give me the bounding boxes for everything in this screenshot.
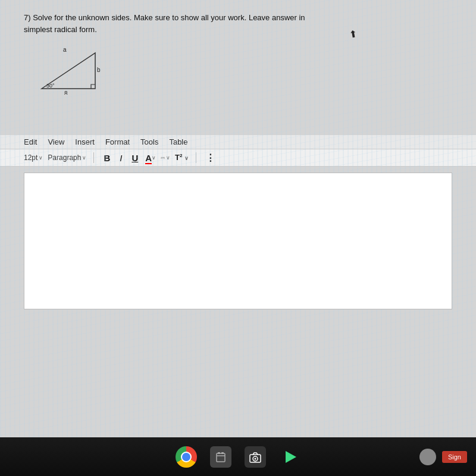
bold-button[interactable]: B xyxy=(101,152,112,164)
account-avatar[interactable] xyxy=(419,449,436,465)
document-content: 7) Solve for the unknown sides. Make sur… xyxy=(0,0,476,105)
menu-table[interactable]: Table xyxy=(169,137,187,146)
chrome-icon xyxy=(176,446,197,468)
italic-button[interactable]: I xyxy=(117,152,124,164)
question-line1: 7) Solve for the unknown sides. Make sur… xyxy=(24,13,305,22)
toolbar-divider-1 xyxy=(93,152,94,163)
editor-area[interactable] xyxy=(24,173,452,309)
highlight-icon: ⎓ xyxy=(161,154,165,162)
toolbar-divider-2 xyxy=(196,152,196,163)
screen: 7) Solve for the unknown sides. Make sur… xyxy=(0,0,476,476)
menu-edit[interactable]: Edit xyxy=(24,137,37,146)
sign-button[interactable]: Sign xyxy=(442,451,467,463)
play-icon xyxy=(279,446,300,468)
menu-format[interactable]: Format xyxy=(105,137,130,146)
menu-insert[interactable]: Insert xyxy=(75,137,95,146)
menu-view[interactable]: View xyxy=(48,137,64,146)
taskbar-right: Sign xyxy=(419,449,467,465)
paragraph-selector[interactable]: Paragraph ∨ xyxy=(48,154,86,162)
more-options-button[interactable]: ⋮ xyxy=(203,152,217,164)
font-color-chevron: ∨ xyxy=(152,155,156,161)
document-area: 7) Solve for the unknown sides. Make sur… xyxy=(0,0,476,437)
camera-icon-button[interactable] xyxy=(244,446,267,468)
svg-text:a: a xyxy=(63,46,67,53)
underline-button[interactable]: U xyxy=(129,152,140,164)
font-size-selector[interactable]: 12pt ∨ xyxy=(24,154,43,162)
play-triangle xyxy=(286,451,296,463)
superscript-button[interactable]: T2 ∨ xyxy=(175,153,189,162)
highlight-chevron: ∨ xyxy=(166,155,170,161)
svg-text:30°: 30° xyxy=(46,83,55,89)
superscript-chevron: ∨ xyxy=(184,156,189,162)
taskbar: Sign xyxy=(0,437,476,476)
camera-icon xyxy=(245,446,266,468)
svg-text:8: 8 xyxy=(64,90,68,95)
font-color-a: A xyxy=(145,153,152,163)
toolbar: 12pt ∨ Paragraph ∨ B I U A ∨ ⎓ ∨ T2 ∨ xyxy=(0,149,476,167)
font-size-chevron: ∨ xyxy=(39,155,43,161)
paragraph-label: Paragraph xyxy=(48,154,81,162)
triangle-svg: a b 8 30° xyxy=(36,41,113,95)
svg-text:b: b xyxy=(97,67,101,73)
font-color-button[interactable]: A ∨ xyxy=(145,153,156,163)
paragraph-chevron: ∨ xyxy=(82,155,86,161)
svg-rect-5 xyxy=(217,453,225,462)
svg-point-11 xyxy=(255,458,256,459)
editor-area-wrapper xyxy=(0,167,476,315)
svg-rect-7 xyxy=(218,452,220,454)
files-icon-button[interactable] xyxy=(209,446,232,468)
triangle-diagram: a b 8 30° xyxy=(36,41,113,95)
chrome-icon-button[interactable] xyxy=(175,446,198,468)
question-text: 7) Solve for the unknown sides. Make sur… xyxy=(24,12,452,35)
svg-rect-8 xyxy=(221,452,224,454)
question-line2: simplest radical form. xyxy=(24,25,97,34)
play-icon-button[interactable] xyxy=(278,446,301,468)
menu-bar: Edit View Insert Format Tools Table xyxy=(0,135,476,149)
highlight-button[interactable]: ⎓ ∨ xyxy=(161,154,170,162)
font-size-value: 12pt xyxy=(24,154,37,162)
files-icon xyxy=(210,446,231,468)
menu-tools[interactable]: Tools xyxy=(140,137,158,146)
